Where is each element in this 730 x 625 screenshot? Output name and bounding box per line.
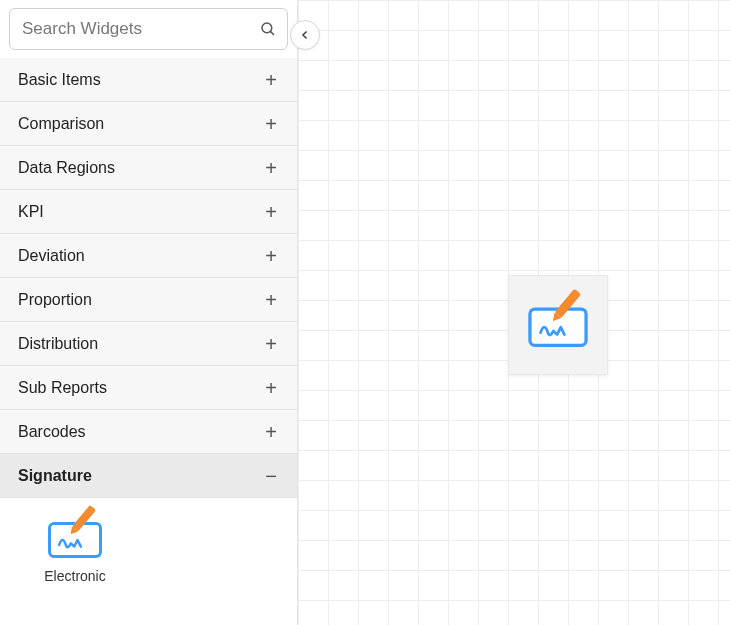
category-comparison[interactable]: Comparison +: [0, 102, 297, 146]
plus-icon: +: [263, 334, 279, 354]
category-data-regions[interactable]: Data Regions +: [0, 146, 297, 190]
widget-sidebar: Basic Items + Comparison + Data Regions …: [0, 0, 298, 625]
placed-signature-widget[interactable]: [508, 275, 608, 375]
plus-icon: +: [263, 378, 279, 398]
category-basic-items[interactable]: Basic Items +: [0, 58, 297, 102]
category-kpi[interactable]: KPI +: [0, 190, 297, 234]
category-signature[interactable]: Signature −: [0, 454, 297, 498]
category-proportion[interactable]: Proportion +: [0, 278, 297, 322]
category-label: Basic Items: [18, 71, 101, 89]
category-label: Distribution: [18, 335, 98, 353]
signature-icon: [48, 518, 102, 558]
minus-icon: −: [263, 466, 279, 486]
category-label: Signature: [18, 467, 92, 485]
category-label: Proportion: [18, 291, 92, 309]
search-input[interactable]: [22, 19, 259, 39]
collapse-sidebar-button[interactable]: [290, 20, 320, 50]
category-label: Deviation: [18, 247, 85, 265]
category-barcodes[interactable]: Barcodes +: [0, 410, 297, 454]
category-label: Data Regions: [18, 159, 115, 177]
search-icon: [259, 20, 277, 38]
plus-icon: +: [263, 290, 279, 310]
chevron-left-icon: [299, 29, 311, 41]
category-sub-reports[interactable]: Sub Reports +: [0, 366, 297, 410]
category-signature-body: Electronic: [0, 498, 297, 612]
category-label: Sub Reports: [18, 379, 107, 397]
svg-point-0: [262, 23, 272, 33]
widget-label: Electronic: [44, 568, 105, 584]
plus-icon: +: [263, 70, 279, 90]
category-distribution[interactable]: Distribution +: [0, 322, 297, 366]
category-label: Comparison: [18, 115, 104, 133]
design-canvas[interactable]: [298, 0, 730, 625]
svg-line-1: [270, 31, 274, 35]
app-root: Basic Items + Comparison + Data Regions …: [0, 0, 730, 625]
plus-icon: +: [263, 114, 279, 134]
plus-icon: +: [263, 246, 279, 266]
plus-icon: +: [263, 422, 279, 442]
plus-icon: +: [263, 202, 279, 222]
category-label: Barcodes: [18, 423, 86, 441]
widget-electronic-signature[interactable]: Electronic: [10, 510, 140, 592]
search-widgets-field[interactable]: [9, 8, 288, 50]
signature-icon: [528, 303, 587, 347]
plus-icon: +: [263, 158, 279, 178]
search-container: [0, 0, 297, 58]
category-deviation[interactable]: Deviation +: [0, 234, 297, 278]
category-label: KPI: [18, 203, 44, 221]
category-list: Basic Items + Comparison + Data Regions …: [0, 58, 297, 625]
canvas-area: [298, 0, 730, 625]
